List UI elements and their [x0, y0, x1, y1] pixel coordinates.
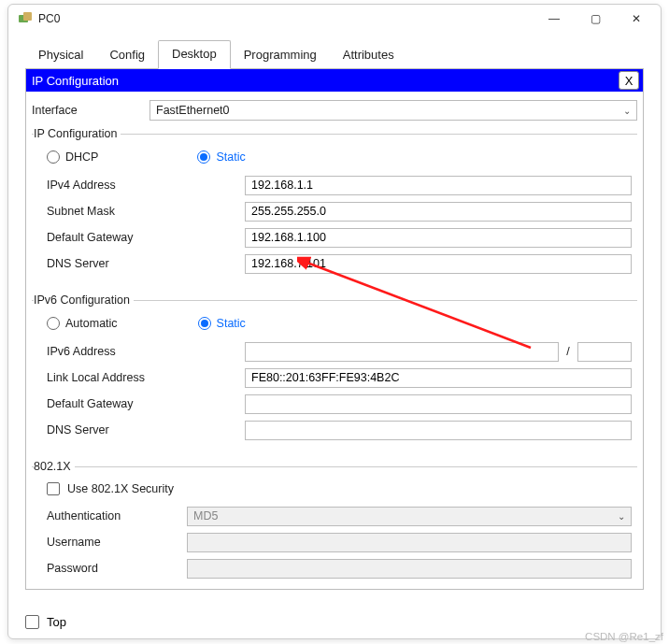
static-ipv6-radio[interactable]: Static: [198, 317, 246, 330]
dns-server-input[interactable]: [245, 254, 632, 274]
chevron-down-icon: ⌄: [623, 106, 631, 116]
panel-header: IP Configuration X: [26, 69, 643, 92]
ip-mode-row: DHCP Static: [37, 142, 632, 172]
username-input[interactable]: [187, 533, 632, 552]
ipv6-dns-input[interactable]: [245, 421, 632, 440]
interface-label: Interface: [32, 104, 149, 117]
link-local-input[interactable]: [245, 368, 632, 388]
ipv6-dns-label: DNS Server: [47, 423, 245, 436]
tab-attributes[interactable]: Attributes: [330, 42, 407, 69]
ipv6-mode-row: Automatic Static: [37, 308, 632, 338]
interface-row: Interface FastEthernet0 ⌄: [32, 97, 637, 123]
dot1x-legend: 802.1X: [34, 460, 75, 473]
ipv6-config-group: IPv6 Configuration Automatic Static IPv6…: [32, 293, 637, 452]
close-button[interactable]: ✕: [616, 6, 657, 32]
top-label: Top: [47, 615, 66, 629]
watermark: CSDN @Re1_zf: [585, 631, 663, 642]
app-window: PC0 — ▢ ✕ Physical Config Desktop Progra…: [7, 4, 662, 639]
interface-value: FastEthernet0: [156, 104, 230, 117]
use-8021x-label: Use 802.1X Security: [67, 482, 174, 495]
tab-desktop[interactable]: Desktop: [158, 40, 231, 69]
link-local-label: Link Local Address: [47, 371, 245, 384]
password-input[interactable]: [187, 559, 632, 579]
use-8021x-checkbox[interactable]: [47, 482, 60, 495]
subnet-mask-input[interactable]: [245, 202, 632, 222]
app-icon: [18, 11, 33, 26]
ipv6-gateway-input[interactable]: [245, 394, 632, 414]
svg-rect-1: [23, 12, 32, 21]
automatic-radio[interactable]: Automatic: [47, 317, 118, 330]
subnet-mask-label: Subnet Mask: [47, 205, 245, 218]
ipv6-address-label: IPv6 Address: [47, 345, 245, 358]
footer: Top: [25, 615, 66, 629]
minimize-button[interactable]: —: [534, 6, 575, 32]
ipv6-address-input[interactable]: [245, 342, 559, 362]
ip-config-legend: IP Configuration: [34, 127, 121, 140]
tab-config[interactable]: Config: [96, 42, 158, 69]
interface-select[interactable]: FastEthernet0 ⌄: [149, 100, 637, 121]
panel-close-button[interactable]: X: [619, 71, 639, 90]
titlebar: PC0 — ▢ ✕: [8, 5, 661, 33]
tab-programming[interactable]: Programming: [231, 42, 330, 69]
ipv4-address-input[interactable]: [245, 176, 632, 195]
dot1x-group: 802.1X Use 802.1X Security Authenticatio…: [32, 460, 637, 591]
tab-physical[interactable]: Physical: [25, 42, 96, 69]
ipv6-config-legend: IPv6 Configuration: [34, 293, 134, 307]
ipv6-prefix-input[interactable]: [577, 342, 632, 362]
maximize-button[interactable]: ▢: [575, 6, 616, 32]
window-title: PC0: [38, 12, 60, 25]
ipv6-prefix-slash: /: [559, 345, 577, 358]
authentication-label: Authentication: [47, 509, 187, 522]
top-checkbox[interactable]: [25, 615, 39, 629]
dhcp-radio[interactable]: DHCP: [47, 150, 98, 164]
panel: IP Configuration X Interface FastEtherne…: [25, 68, 644, 590]
dns-server-label: DNS Server: [47, 257, 245, 270]
ip-config-group: IP Configuration DHCP Static IPv4 Addres…: [32, 127, 637, 286]
panel-content: Interface FastEthernet0 ⌄ IP Configurati…: [26, 92, 643, 604]
username-label: Username: [47, 536, 187, 549]
password-label: Password: [47, 562, 187, 575]
panel-title: IP Configuration: [32, 74, 119, 88]
ipv6-gateway-label: Default Gateway: [47, 397, 245, 410]
default-gateway-label: Default Gateway: [47, 231, 245, 244]
default-gateway-input[interactable]: [245, 228, 632, 248]
chevron-down-icon: ⌄: [618, 511, 625, 522]
static-radio[interactable]: Static: [197, 150, 245, 164]
authentication-select[interactable]: MD5 ⌄: [187, 507, 632, 526]
tab-bar: Physical Config Desktop Programming Attr…: [8, 33, 661, 69]
ipv4-address-label: IPv4 Address: [47, 179, 245, 192]
authentication-value: MD5: [193, 509, 218, 522]
